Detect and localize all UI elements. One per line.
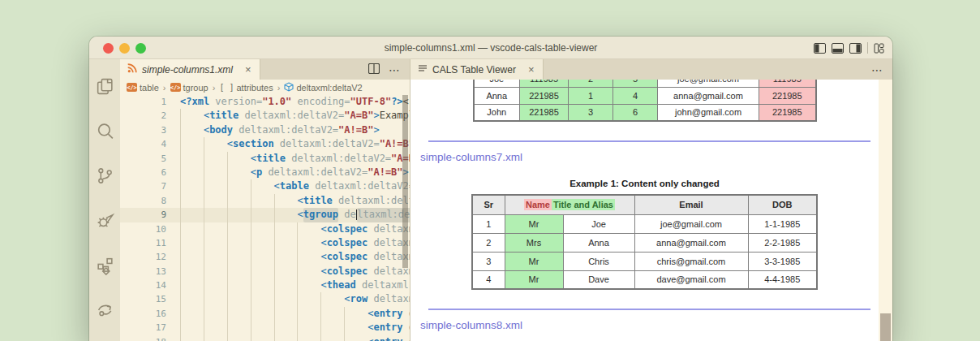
table-cell: 1 bbox=[472, 214, 505, 233]
line-number: 2 bbox=[120, 109, 166, 123]
table-cell: 3 bbox=[569, 104, 613, 121]
code-line-text: <colspec deltaxml bbox=[166, 265, 410, 278]
more-actions-icon[interactable]: ⋯ bbox=[389, 63, 401, 76]
code-token: deltaxml:deltaV2= bbox=[286, 152, 391, 166]
webview-scrolled-page: Joe11198525joe@gmail.com111985Anna221985… bbox=[410, 80, 879, 341]
webview-scrollbar[interactable] bbox=[879, 80, 892, 341]
code-token: entry bbox=[373, 321, 402, 335]
cals-table-viewer-webview: Joe11198525joe@gmail.com111985Anna221985… bbox=[410, 80, 892, 341]
workbench: simple-columns1.xml × ⋯ </>table›</>tgro… bbox=[89, 59, 892, 341]
code-token: thead bbox=[327, 278, 356, 292]
search-icon[interactable] bbox=[95, 121, 115, 141]
source-control-icon[interactable] bbox=[95, 166, 115, 186]
code-token: de bbox=[338, 208, 356, 222]
code-line[interactable]: 9<tgroup deltaxml:delta bbox=[120, 208, 410, 222]
code-token: < bbox=[368, 321, 373, 335]
code-line[interactable]: 3<body deltaxml:deltaV2="A!=B"> bbox=[120, 123, 410, 137]
code-line[interactable]: 18<entry de bbox=[120, 335, 410, 341]
table-caption: Example 1: Content only changed bbox=[410, 179, 879, 188]
header-cell-sr: Sr bbox=[472, 195, 505, 214]
code-line[interactable]: 2<title deltaxml:deltaV2="A=B">Examples bbox=[120, 109, 410, 123]
code-editor[interactable]: 1<?xml version="1.0" encoding="UTF-8"?><… bbox=[120, 95, 410, 341]
code-token: < bbox=[320, 278, 326, 292]
breadcrumb-label: table bbox=[140, 83, 159, 93]
run-and-debug-icon[interactable] bbox=[95, 210, 115, 231]
indent-guides bbox=[180, 179, 274, 193]
symbol-tag-icon: </> bbox=[170, 83, 181, 92]
toggle-sidebar-left-icon[interactable] bbox=[814, 43, 826, 54]
breadcrumb-item-deltaxml-deltav2[interactable]: deltaxml:deltaV2 bbox=[284, 82, 362, 93]
code-token: version= bbox=[209, 95, 262, 109]
split-editor-icon[interactable] bbox=[368, 63, 380, 77]
breadcrumb-item-tgroup[interactable]: </>tgroup bbox=[170, 83, 208, 93]
customize-layout-icon[interactable] bbox=[874, 43, 884, 54]
table-cell: 1-1-1985 bbox=[748, 214, 817, 233]
code-token: deltaxml:deltaV bbox=[333, 194, 410, 208]
more-actions-icon[interactable]: ⋯ bbox=[871, 63, 883, 76]
explorer-icon[interactable] bbox=[95, 76, 115, 97]
line-number: 1 bbox=[120, 95, 166, 109]
toggle-sidebar-right-icon[interactable] bbox=[849, 43, 862, 54]
table-row: Anna22198514anna@gmail.com221985 bbox=[474, 87, 816, 104]
table-cell: anna@gmail.com bbox=[658, 87, 759, 104]
viewer-tabbar: CALS Table Viewer × ⋯ bbox=[410, 59, 892, 80]
code-line-text: <section deltaxml:deltaV2="A!=B"> bbox=[166, 137, 410, 151]
indent-guides bbox=[180, 292, 344, 306]
code-token: ?> bbox=[391, 95, 402, 109]
code-line[interactable]: 13<colspec deltaxml bbox=[120, 265, 410, 278]
indent-guides bbox=[180, 208, 297, 222]
code-token: < bbox=[368, 307, 373, 321]
table-cell: Mr bbox=[505, 252, 563, 270]
table-cell: 3 bbox=[472, 252, 505, 270]
table-cell: 2-2-1985 bbox=[748, 233, 817, 252]
extensions-icon[interactable] bbox=[95, 255, 115, 275]
toggle-panel-icon[interactable] bbox=[832, 43, 844, 54]
diff-table-scrolled: Joe11198525joe@gmail.com111985Anna221985… bbox=[473, 80, 817, 122]
code-line[interactable]: 4<section deltaxml:deltaV2="A!=B"> bbox=[120, 137, 410, 151]
tab-simple-columns1-xml[interactable]: simple-columns1.xml × bbox=[120, 59, 260, 80]
breadcrumb-item-attributes[interactable]: [ ]attributes bbox=[219, 83, 273, 93]
code-line[interactable]: 1<?xml version="1.0" encoding="UTF-8"?><… bbox=[120, 95, 410, 109]
code-line[interactable]: 10<colspec deltaxml bbox=[120, 222, 410, 236]
tab-cals-table-viewer[interactable]: CALS Table Viewer × bbox=[410, 59, 544, 80]
close-icon[interactable]: × bbox=[528, 64, 535, 75]
webview-list-icon bbox=[418, 63, 428, 76]
code-line[interactable]: 6<p deltaxml:deltaV2="A!=B"> bbox=[120, 166, 410, 179]
code-line[interactable]: 11<colspec deltaxml bbox=[120, 236, 410, 250]
code-token: < bbox=[251, 152, 256, 166]
breadcrumb-item-table[interactable]: </>table bbox=[127, 83, 159, 93]
table-cell: 4 bbox=[472, 270, 505, 289]
indent-guides bbox=[180, 194, 297, 208]
titlebar[interactable]: simple-columns1.xml — vscode-cals-table-… bbox=[89, 37, 892, 59]
close-icon[interactable]: × bbox=[245, 64, 251, 75]
table-cell: 221985 bbox=[759, 87, 816, 104]
indent-guides bbox=[180, 335, 368, 341]
window-title: simple-columns1.xml — vscode-cals-table-… bbox=[89, 37, 892, 59]
share-icon[interactable] bbox=[95, 300, 115, 320]
code-line[interactable]: 16<entry de bbox=[120, 307, 410, 321]
code-line[interactable]: 7<table deltaxml:deltaV2="A bbox=[120, 179, 410, 193]
editor-scrollbar[interactable] bbox=[402, 95, 408, 268]
code-token: <? bbox=[180, 95, 191, 109]
code-token: < bbox=[320, 265, 326, 278]
code-line[interactable]: 12<colspec deltaxml bbox=[120, 250, 410, 264]
table-cell: 221985 bbox=[520, 87, 569, 104]
code-token: > bbox=[373, 123, 379, 137]
table-cell: john@gmail.com bbox=[658, 104, 759, 121]
indent-guides bbox=[180, 250, 320, 264]
line-number: 5 bbox=[120, 152, 166, 166]
table-cell: 4-4-1985 bbox=[748, 270, 817, 289]
editor-group-source: simple-columns1.xml × ⋯ </>table›</>tgro… bbox=[120, 59, 410, 341]
code-line[interactable]: 8<title deltaxml:deltaV bbox=[120, 194, 410, 208]
line-number: 7 bbox=[120, 179, 166, 193]
webview-scrollbar-thumb[interactable] bbox=[880, 313, 891, 341]
code-token: table bbox=[280, 179, 309, 193]
separator bbox=[867, 42, 868, 54]
code-token: deltaxml bbox=[368, 292, 410, 306]
code-token: colspec bbox=[327, 250, 368, 264]
code-line[interactable]: 15<row deltaxml bbox=[120, 292, 410, 306]
code-line[interactable]: 17<entry de bbox=[120, 321, 410, 335]
code-token: < bbox=[204, 123, 209, 137]
code-line[interactable]: 14<thead deltaxml:d bbox=[120, 278, 410, 292]
code-line[interactable]: 5<title deltaxml:deltaV2="A=B"> bbox=[120, 152, 410, 166]
